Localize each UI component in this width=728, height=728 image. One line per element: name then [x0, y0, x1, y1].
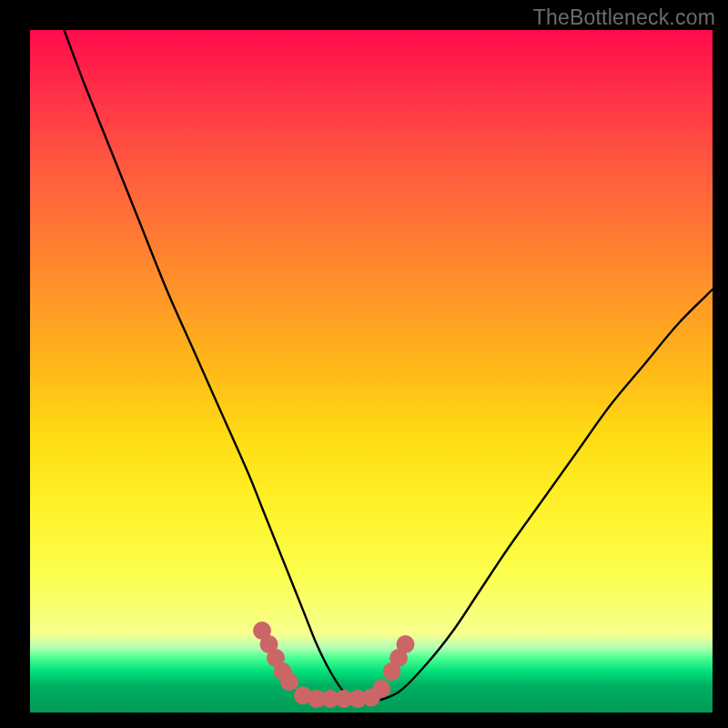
highlight-dot [397, 635, 415, 653]
highlight-dot [280, 672, 298, 691]
bottleneck-curve [65, 30, 713, 703]
highlight-dot [372, 680, 390, 698]
highlight-dots [253, 622, 415, 708]
curve-layer [30, 30, 713, 713]
watermark-text: TheBottleneck.com [533, 5, 715, 30]
plot-area [30, 30, 713, 713]
chart-frame: TheBottleneck.com [0, 0, 728, 728]
